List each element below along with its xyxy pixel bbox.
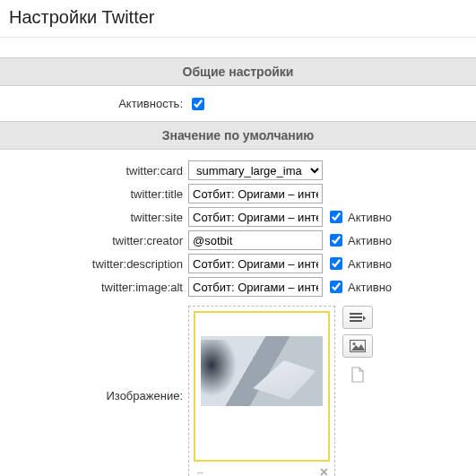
image-library-button[interactable] — [342, 334, 373, 358]
section-header-general: Общие настройки — [0, 57, 476, 86]
menu-icon — [350, 312, 366, 323]
image-preview-frame — [194, 311, 330, 462]
active-label: Активно — [348, 211, 392, 224]
label-twitter-creator: twitter:creator — [0, 234, 188, 247]
label-image: Изображение: — [0, 389, 188, 402]
svg-rect-1 — [350, 316, 362, 318]
input-twitter-title[interactable] — [188, 184, 323, 203]
image-preview — [201, 336, 323, 406]
image-dropzone[interactable]: ↔ × — [188, 306, 335, 476]
label-twitter-title: twitter:title — [0, 187, 188, 201]
label-twitter-image-alt: twitter:image:alt — [0, 281, 188, 294]
active-label: Активно — [348, 257, 392, 271]
label-twitter-site: twitter:site — [0, 211, 188, 224]
checkbox-twitter-creator-active[interactable] — [330, 234, 342, 247]
divider — [0, 37, 476, 38]
section-header-defaults: Значение по умолчанию — [0, 121, 476, 150]
active-label: Активно — [348, 234, 392, 247]
input-twitter-creator[interactable] — [188, 230, 323, 250]
active-label: Активно — [348, 281, 392, 294]
svg-rect-2 — [350, 320, 362, 322]
file-button[interactable] — [342, 363, 373, 386]
svg-rect-0 — [350, 313, 362, 315]
remove-image-icon[interactable]: × — [320, 465, 328, 476]
input-twitter-image-alt[interactable] — [188, 277, 323, 297]
page-title: Настройки Twitter — [0, 0, 476, 37]
label-twitter-description: twitter:description — [0, 257, 188, 271]
image-icon — [350, 340, 366, 352]
reorder-handle-icon[interactable]: ↔ — [195, 467, 203, 476]
file-icon — [351, 367, 364, 383]
svg-point-4 — [352, 342, 355, 345]
activity-label: Активность: — [0, 97, 188, 110]
activity-checkbox[interactable] — [192, 98, 204, 110]
checkbox-twitter-site-active[interactable] — [330, 211, 342, 223]
menu-button[interactable] — [342, 306, 373, 329]
checkbox-twitter-image-alt-active[interactable] — [330, 281, 342, 293]
input-twitter-description[interactable] — [188, 254, 323, 273]
select-twitter-card[interactable]: summary_large_ima — [188, 160, 323, 180]
label-twitter-card: twitter:card — [0, 164, 188, 177]
input-twitter-site[interactable] — [188, 207, 323, 227]
checkbox-twitter-description-active[interactable] — [330, 257, 342, 270]
